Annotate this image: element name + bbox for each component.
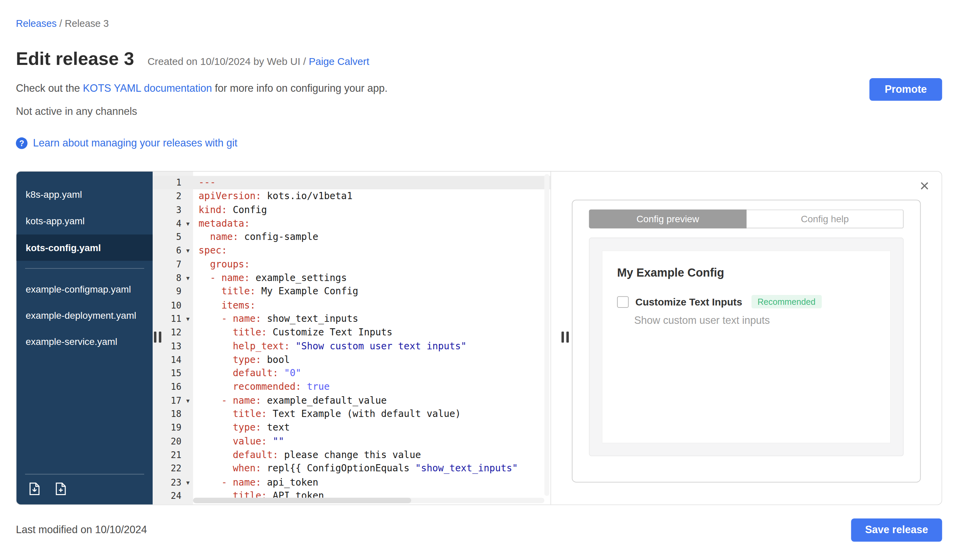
code-line[interactable]: 3kind: Config [153, 203, 550, 217]
code-line[interactable]: 13 help_text: "Show custom user text inp… [153, 339, 550, 353]
app-window: Releases / Release 3 Edit release 3 Crea… [0, 0, 958, 560]
docs-suffix: for more info on configuring your app. [212, 82, 387, 94]
line-number: 17 [153, 394, 182, 407]
code-line[interactable]: 9 title: My Example Config [153, 285, 550, 298]
line-gutter: 8▾ [153, 271, 193, 285]
vertical-scrollbar[interactable] [544, 174, 549, 496]
kots-yaml-docs-link[interactable]: KOTS YAML documentation [83, 82, 212, 94]
docs-prefix: Check out the [16, 82, 83, 94]
code-line[interactable]: 21 default: please change this value [153, 448, 550, 462]
file-item[interactable]: example-service.yaml [17, 329, 153, 355]
fold-caret-empty [182, 448, 193, 462]
import-file-icon[interactable] [27, 482, 41, 496]
code-line[interactable]: 17▾ - name: example_default_value [153, 394, 550, 407]
fold-caret-empty [182, 421, 193, 435]
code-editor[interactable]: 1---2apiVersion: kots.io/v1beta13kind: C… [153, 172, 550, 504]
code-text: apiVersion: kots.io/v1beta1 [193, 190, 352, 203]
code-line[interactable]: 23▾ - name: api_token [153, 475, 550, 489]
code-line[interactable]: 14 type: bool [153, 353, 550, 367]
fold-caret-empty [182, 230, 193, 244]
line-gutter: 15 [153, 367, 193, 380]
fold-caret-empty [182, 258, 193, 271]
breadcrumb-current: Release 3 [65, 18, 109, 29]
file-item[interactable]: kots-app.yaml [17, 207, 153, 234]
line-number: 8 [153, 271, 182, 285]
line-number: 1 [153, 176, 182, 190]
code-line[interactable]: 1--- [153, 176, 550, 190]
tab-config-preview[interactable]: Config preview [589, 209, 747, 228]
file-tree-divider [25, 268, 144, 269]
code-text: --- [193, 176, 216, 190]
code-line[interactable]: 11▾ - name: show_text_inputs [153, 312, 550, 326]
file-item[interactable]: example-deployment.yaml [17, 302, 153, 329]
breadcrumb-releases-link[interactable]: Releases [16, 18, 57, 29]
code-line[interactable]: 6▾spec: [153, 244, 550, 258]
code-text: value: "" [193, 435, 284, 448]
fold-caret-empty [182, 380, 193, 394]
tab-config-help[interactable]: Config help [747, 209, 904, 228]
code-line[interactable]: 15 default: "0" [153, 367, 550, 380]
drag-handle-left[interactable] [154, 332, 162, 343]
horizontal-scrollbar[interactable] [193, 498, 544, 503]
line-gutter: 19 [153, 421, 193, 435]
line-number: 9 [153, 285, 182, 298]
line-gutter: 2 [153, 190, 193, 203]
line-gutter: 11▾ [153, 312, 193, 326]
new-file-icon[interactable] [54, 482, 68, 496]
code-line[interactable]: 19 type: text [153, 421, 550, 435]
line-gutter: 4▾ [153, 217, 193, 230]
code-line[interactable]: 16 recommended: true [153, 380, 550, 394]
fold-caret-empty [182, 203, 193, 217]
close-icon[interactable]: × [920, 178, 929, 195]
line-number: 4 [153, 217, 182, 230]
config-item-label: Customize Text Inputs [635, 296, 742, 307]
file-item[interactable]: k8s-app.yaml [17, 182, 153, 208]
line-number: 18 [153, 407, 182, 421]
git-releases-link[interactable]: Learn about managing your releases with … [33, 136, 237, 150]
fold-caret-empty [182, 339, 193, 353]
code-line[interactable]: 5 name: config-sample [153, 230, 550, 244]
line-number: 7 [153, 258, 182, 271]
config-checkbox[interactable] [617, 296, 628, 307]
promote-button[interactable]: Promote [869, 78, 942, 101]
save-release-button[interactable]: Save release [851, 519, 942, 542]
code-line[interactable]: 2apiVersion: kots.io/v1beta1 [153, 190, 550, 203]
code-text: type: bool [193, 353, 290, 367]
fold-caret-icon[interactable]: ▾ [182, 217, 193, 230]
fold-caret-empty [182, 353, 193, 367]
file-item[interactable]: example-configmap.yaml [17, 276, 153, 302]
code-line[interactable]: 7 groups: [153, 258, 550, 271]
line-gutter: 16 [153, 380, 193, 394]
fold-caret-icon[interactable]: ▾ [182, 394, 193, 407]
line-gutter: 20 [153, 435, 193, 448]
drag-handle-right[interactable] [561, 332, 569, 343]
breadcrumb-separator: / [57, 18, 65, 29]
code-text: - name: api_token [193, 475, 318, 489]
code-line[interactable]: 12 title: Customize Text Inputs [153, 326, 550, 339]
fold-caret-empty [182, 326, 193, 339]
fold-caret-empty [182, 190, 193, 203]
file-tree-footer [25, 474, 144, 496]
fold-caret-icon[interactable]: ▾ [182, 312, 193, 326]
title-row: Edit release 3 Created on 10/10/2024 by … [16, 47, 942, 70]
fold-caret-icon[interactable]: ▾ [182, 244, 193, 258]
author-link[interactable]: Paige Calvert [309, 56, 369, 66]
line-gutter: 7 [153, 258, 193, 271]
line-number: 22 [153, 462, 182, 475]
code-line[interactable]: 8▾ - name: example_settings [153, 271, 550, 285]
code-text: kind: Config [193, 203, 267, 217]
fold-caret-icon[interactable]: ▾ [182, 271, 193, 285]
fold-caret-icon[interactable]: ▾ [182, 475, 193, 489]
fold-caret-empty [182, 489, 193, 503]
line-number: 24 [153, 489, 182, 503]
code-line[interactable]: 18 title: Text Example (with default val… [153, 407, 550, 421]
code-line[interactable]: 10 items: [153, 298, 550, 312]
code-text: metadata: [193, 217, 250, 230]
line-gutter: 25 [153, 503, 193, 504]
file-item[interactable]: kots-config.yaml [17, 234, 153, 261]
code-line[interactable]: 20 value: "" [153, 435, 550, 448]
code-line[interactable]: 4▾metadata: [153, 217, 550, 230]
created-text: Created on 10/10/2024 by Web UI / Paige … [148, 56, 369, 67]
code-text: - name: show_text_inputs [193, 312, 358, 326]
code-line[interactable]: 22 when: repl{{ ConfigOptionEquals "show… [153, 462, 550, 475]
